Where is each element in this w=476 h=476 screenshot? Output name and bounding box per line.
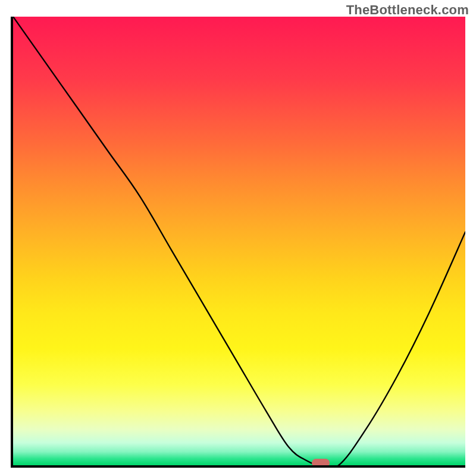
plot-area [11,17,465,468]
curve-layer [13,17,465,465]
bottleneck-curve [13,17,465,465]
optimum-marker [312,459,330,467]
chart-container: TheBottleneck.com [0,0,476,476]
attribution-text: TheBottleneck.com [346,2,469,18]
